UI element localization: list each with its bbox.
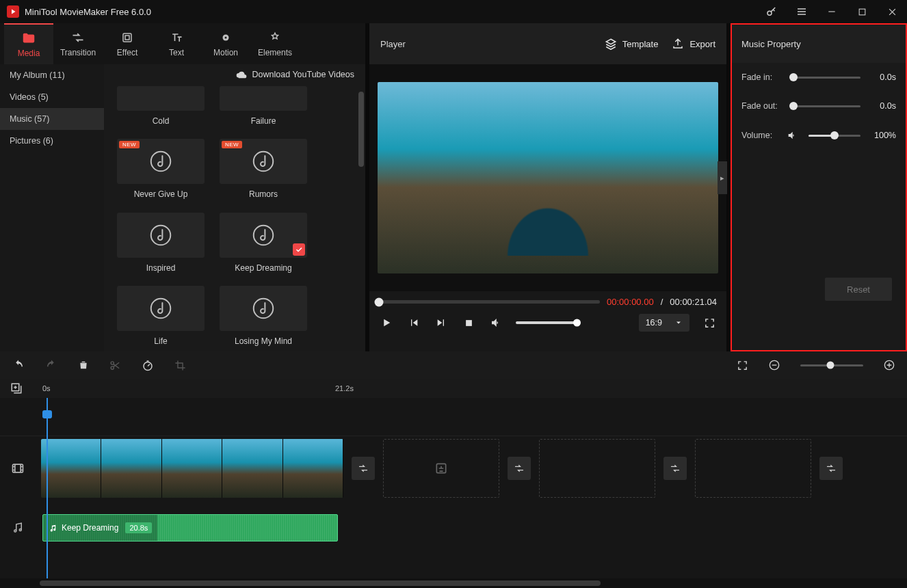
export-button[interactable]: Export (672, 38, 715, 50)
preview-frame (378, 82, 718, 273)
playhead[interactable] (47, 398, 48, 578)
minimize-button[interactable] (817, 0, 847, 23)
template-button[interactable]: Template (605, 38, 659, 50)
download-label: Download YouTube Videos (252, 70, 354, 79)
zoom-out-button[interactable] (769, 360, 780, 371)
fullscreen-button[interactable] (702, 315, 717, 330)
menu-icon[interactable] (787, 0, 817, 23)
zoom-in-button[interactable] (884, 360, 895, 371)
music-thumbnail (220, 213, 307, 258)
delete-button[interactable] (78, 360, 89, 371)
music-item[interactable]: Failure (219, 86, 308, 128)
audio-clip-duration: 20.8s (125, 522, 152, 533)
empty-clip-slot[interactable] (539, 439, 655, 498)
music-thumbnail: NEW (220, 139, 307, 184)
chevron-down-icon (674, 319, 683, 327)
album-my-album[interactable]: My Album (11) (0, 64, 104, 86)
fit-timeline-button[interactable] (737, 360, 748, 371)
music-item[interactable]: Life (116, 286, 205, 348)
fadein-label: Fade in: (741, 72, 787, 82)
transition-slot-button[interactable] (819, 457, 843, 480)
template-icon (605, 38, 617, 50)
text-track[interactable] (36, 398, 907, 436)
volume-slider[interactable] (516, 321, 577, 324)
volume-label: Volume: (741, 131, 787, 140)
music-item[interactable]: Inspired (116, 213, 205, 275)
app-title: MiniTool MovieMaker Free 6.0.0 (25, 7, 151, 17)
volume-icon[interactable] (488, 315, 503, 330)
music-item[interactable]: NEWRumors (219, 139, 308, 201)
empty-clip-slot[interactable] (383, 439, 499, 498)
prev-frame-button[interactable] (406, 315, 421, 330)
timeline-toolbar (0, 351, 907, 379)
download-youtube-link[interactable]: Download YouTube Videos (104, 64, 365, 85)
video-track-icon (0, 462, 36, 475)
undo-button[interactable] (12, 359, 25, 371)
next-frame-button[interactable] (434, 315, 449, 330)
svg-point-5 (225, 37, 227, 39)
audio-clip[interactable]: Keep Dreaming 20.8s (42, 514, 338, 542)
seek-slider[interactable] (379, 300, 600, 304)
album-music[interactable]: Music (57) (0, 108, 104, 130)
music-item-label: Cold (153, 116, 170, 126)
video-track[interactable] (36, 436, 907, 500)
music-thumbnail (117, 213, 205, 258)
music-thumbnail (117, 86, 205, 111)
key-icon[interactable] (757, 0, 787, 23)
tab-label: Media (18, 49, 40, 58)
music-item[interactable]: Keep Dreaming (219, 213, 308, 275)
preview-area: ▸ (369, 64, 726, 291)
check-badge-icon (293, 243, 305, 256)
tab-elements[interactable]: Elements (250, 23, 300, 64)
add-media-icon (434, 462, 448, 475)
tab-text[interactable]: Text (152, 23, 201, 64)
folder-icon (21, 31, 36, 46)
cloud-download-icon (236, 69, 247, 80)
aspect-ratio-select[interactable]: 16:9 (639, 314, 689, 332)
redo-button[interactable] (45, 359, 57, 371)
album-videos[interactable]: Videos (5) (0, 86, 104, 108)
reset-button[interactable]: Reset (825, 278, 892, 301)
tab-media[interactable]: Media (4, 23, 53, 64)
fadeout-value: 0.0s (867, 101, 896, 111)
fadein-slider[interactable] (793, 77, 860, 79)
audio-track-icon (0, 522, 36, 534)
maximize-button[interactable] (847, 0, 877, 23)
add-track-button[interactable] (0, 382, 33, 395)
time-current: 00:00:00.00 (607, 297, 654, 307)
tab-motion[interactable]: Motion (201, 23, 250, 64)
music-item[interactable]: NEWNever Give Up (116, 139, 205, 201)
music-item-label: Inspired (146, 263, 176, 273)
close-button[interactable] (877, 0, 907, 23)
empty-clip-slot[interactable] (695, 439, 811, 498)
tab-transition[interactable]: Transition (53, 23, 103, 64)
video-clip[interactable] (41, 439, 343, 498)
play-button[interactable] (379, 315, 394, 330)
transition-slot-button[interactable] (663, 457, 687, 480)
transition-slot-button[interactable] (352, 457, 375, 480)
timeline: 0s 21.2s (0, 379, 907, 588)
main-tabs: Media Transition Effect Text Motion (0, 23, 365, 64)
effect-icon (120, 30, 135, 45)
time-total: 00:00:21.04 (670, 297, 717, 307)
album-pictures[interactable]: Pictures (6) (0, 130, 104, 152)
fadeout-slider[interactable] (793, 105, 860, 107)
speed-button[interactable] (142, 359, 154, 371)
elements-icon (267, 30, 282, 45)
title-bar: MiniTool MovieMaker Free 6.0.0 (0, 0, 907, 23)
timeline-ruler[interactable]: 0s 21.2s (0, 379, 907, 398)
audio-track[interactable]: Keep Dreaming 20.8s (36, 500, 907, 555)
split-button[interactable] (109, 360, 121, 371)
music-item[interactable]: Cold (116, 86, 205, 128)
transition-slot-button[interactable] (508, 457, 531, 480)
volume-prop-slider[interactable] (809, 135, 860, 137)
volume-value: 100% (867, 131, 896, 140)
tab-effect[interactable]: Effect (103, 23, 152, 64)
music-item[interactable]: Losing My Mind (219, 286, 308, 348)
scrollbar-thumb[interactable] (358, 92, 364, 167)
collapse-handle[interactable]: ▸ (718, 161, 727, 194)
zoom-slider[interactable] (800, 364, 863, 366)
stop-button[interactable] (461, 315, 476, 330)
crop-button[interactable] (174, 360, 186, 371)
timeline-scrollbar[interactable] (0, 578, 907, 588)
